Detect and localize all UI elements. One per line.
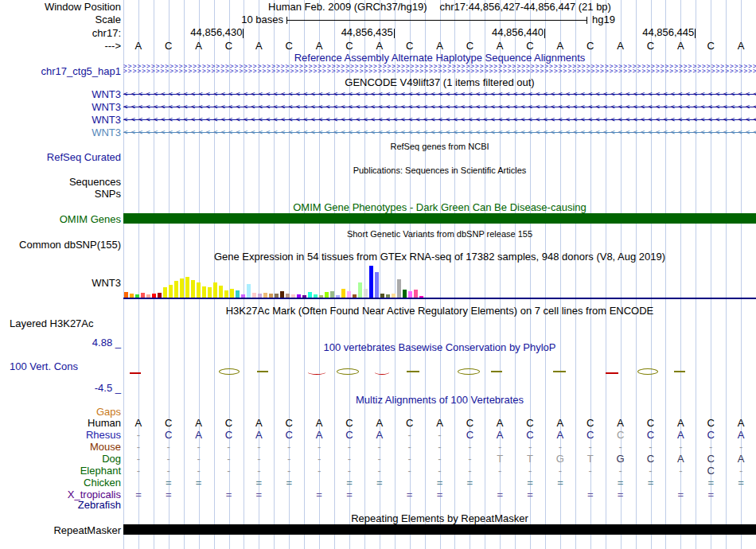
- omim-genes-label[interactable]: OMIM Genes: [0, 214, 121, 225]
- gtex-expression-bar[interactable]: [247, 284, 251, 298]
- species-label-mouse[interactable]: Mouse: [0, 442, 121, 453]
- alignment-row-chicken[interactable]: ==============: [123, 477, 756, 489]
- gtex-expression-bar[interactable]: [208, 287, 212, 298]
- conservation-mark: [257, 371, 268, 372]
- sequence-base: A: [665, 454, 696, 465]
- sequence-base: C: [274, 418, 304, 429]
- publications-title[interactable]: Publications: Sequences in Scientific Ar…: [123, 165, 756, 176]
- gencode-track-label-2[interactable]: WNT3: [0, 102, 121, 113]
- sequence-base: -: [274, 454, 304, 465]
- gtex-expression-bar[interactable]: [408, 291, 412, 298]
- gtex-expression-bar[interactable]: [213, 282, 217, 298]
- alignment-row-human[interactable]: ACACACACACACACACACACA: [123, 418, 756, 429]
- sequence-base: -: [214, 465, 244, 477]
- gtex-expression-bar[interactable]: [236, 290, 240, 298]
- gtex-expression-bar[interactable]: [341, 289, 345, 298]
- hap-track-label[interactable]: chr17_ctg5_hap1: [0, 66, 121, 77]
- sequence-base: G: [545, 454, 575, 465]
- gencode-transcript-3[interactable]: <<<<<<<<<<<<<<<<<<<<<<<<<<<<<<<<<<<<<<<<…: [123, 115, 756, 125]
- gtex-expression-bar[interactable]: [219, 286, 223, 298]
- hap-track-title[interactable]: Reference Assembly Alternate Haplotype S…: [123, 53, 756, 64]
- sequence-base: =: [515, 489, 545, 500]
- sequence-base: -: [545, 465, 575, 477]
- refseq-curated-label[interactable]: RefSeq Curated: [0, 152, 121, 163]
- alignment-row-gaps[interactable]: [123, 407, 756, 418]
- gtex-expression-bar[interactable]: [403, 290, 407, 298]
- sequences-label[interactable]: Sequences: [0, 177, 121, 188]
- conservation-title[interactable]: 100 vertebrates Basewise Conservation by…: [123, 342, 756, 353]
- species-label-gaps[interactable]: Gaps: [0, 407, 121, 418]
- gtex-expression-bar[interactable]: [124, 292, 128, 298]
- gtex-expression-bar[interactable]: [191, 280, 195, 298]
- h3k27ac-title[interactable]: H3K27Ac Mark (Often Found Near Active Re…: [123, 306, 756, 317]
- species-label-chicken[interactable]: Chicken: [0, 477, 121, 489]
- dbsnp-title[interactable]: Short Genetic Variants from dbSNP releas…: [123, 228, 756, 239]
- sequence-base: -: [395, 442, 425, 453]
- gencode-transcript-4[interactable]: <<<<<<<<<<<<<<<<<<<<<<<<<<<<<<<<<<<<<<<<…: [123, 127, 756, 138]
- conservation-wiggle[interactable]: [123, 366, 756, 377]
- gencode-transcript-2[interactable]: <<<<<<<<<<<<<<<<<<<<<<<<<<<<<<<<<<<<<<<<…: [123, 102, 756, 112]
- gencode-track-label-3[interactable]: WNT3: [0, 115, 121, 126]
- gtex-expression-bar[interactable]: [397, 279, 401, 298]
- gtex-gene-label[interactable]: WNT3: [0, 278, 121, 289]
- repeatmasker-title[interactable]: Repeating Elements by RepeatMasker: [123, 513, 756, 524]
- gtex-expression-bar[interactable]: [347, 291, 351, 298]
- gtex-expression-bar[interactable]: [202, 286, 206, 298]
- intron-line: [123, 119, 756, 120]
- repeatmasker-label[interactable]: RepeatMasker: [0, 525, 121, 536]
- sequence-base: A: [364, 418, 395, 429]
- sequence-base: A: [304, 41, 334, 52]
- gencode-track-label-1[interactable]: WNT3: [0, 89, 121, 100]
- alignment-row-mouse[interactable]: ---------------------: [123, 442, 756, 453]
- gtex-title[interactable]: Gene Expression in 54 tissues from GTEx …: [123, 251, 756, 263]
- gtex-expression-bar[interactable]: [163, 287, 167, 298]
- alignment-row-x_tropicalis[interactable]: ==============: [123, 489, 756, 500]
- hap-alignment-track[interactable]: >>>>>>>>>>>>>>>>>>>>>>>>>>>>>>>>>>>>>>>>…: [123, 64, 756, 74]
- gtex-expression-bar[interactable]: [369, 266, 373, 298]
- species-label-rhesus[interactable]: Rhesus: [0, 430, 121, 441]
- gtex-expression-bar[interactable]: [185, 277, 189, 298]
- alignment-row-zebrafish[interactable]: [123, 500, 756, 511]
- sequence-base: C: [696, 430, 726, 441]
- gtex-expression-bar[interactable]: [180, 278, 184, 298]
- snps-label[interactable]: SNPs: [0, 189, 121, 200]
- conservation-track-label[interactable]: 100 Vert. Cons: [10, 361, 78, 372]
- gtex-expression-bar[interactable]: [375, 272, 379, 298]
- gtex-expression-bar[interactable]: [325, 292, 329, 298]
- sequence-base: -: [304, 454, 334, 465]
- gtex-expression-bar[interactable]: [169, 285, 173, 298]
- species-label-elephant[interactable]: Elephant: [0, 465, 121, 477]
- gencode-transcript-1[interactable]: <<<<<<<<<<<<<<<<<<<<<<<<<<<<<<<<<<<<<<<<…: [123, 89, 756, 99]
- gtex-expression-bar[interactable]: [330, 291, 334, 298]
- omim-gene-item[interactable]: [123, 213, 756, 224]
- gtex-expression-bar[interactable]: [364, 289, 368, 298]
- alignment-row-rhesus[interactable]: -CACACACA--CACACCCACA: [123, 430, 756, 441]
- sequence-base: -: [425, 465, 455, 477]
- gtex-expression-bar[interactable]: [358, 282, 362, 298]
- gencode-title[interactable]: GENCODE V49lift37 (1 items filtered out): [123, 77, 756, 88]
- gtex-expression-bar[interactable]: [280, 291, 284, 298]
- gtex-expression-bar[interactable]: [174, 281, 178, 298]
- refseq-title[interactable]: RefSeq genes from NCBI: [123, 141, 756, 152]
- sequence-base: A: [726, 430, 756, 441]
- multiz-title[interactable]: Multiz Alignments of 100 Vertebrates: [123, 395, 756, 406]
- scale-bar-left-tick: [286, 17, 287, 24]
- omim-title[interactable]: OMIM Gene Phenotypes - Dark Green Can Be…: [123, 202, 756, 213]
- gencode-track-label-4[interactable]: WNT3: [0, 127, 121, 138]
- common-dbsnp-label[interactable]: Common dbSNP(155): [0, 239, 121, 251]
- gtex-expression-bar[interactable]: [308, 292, 312, 298]
- sequence-base: C: [636, 418, 666, 429]
- alignment-row-elephant[interactable]: -------------------C-: [123, 465, 756, 477]
- repeatmasker-item[interactable]: [123, 524, 756, 535]
- species-label-dog[interactable]: Dog: [0, 454, 121, 465]
- gtex-expression-bar[interactable]: [224, 290, 228, 298]
- gtex-expression-bar[interactable]: [414, 290, 418, 298]
- alignment-row-dog[interactable]: ------------TTGTGCACA: [123, 454, 756, 465]
- species-label-human[interactable]: Human: [0, 418, 121, 429]
- species-label-zebrafish[interactable]: Zebrafish: [0, 500, 121, 511]
- h3k27ac-label[interactable]: Layered H3K27Ac: [10, 318, 94, 329]
- sequence-base: C: [575, 430, 606, 441]
- gtex-expression-bar[interactable]: [230, 289, 234, 298]
- gtex-expression-bar[interactable]: [197, 282, 201, 298]
- gtex-expression-chart[interactable]: [123, 266, 756, 298]
